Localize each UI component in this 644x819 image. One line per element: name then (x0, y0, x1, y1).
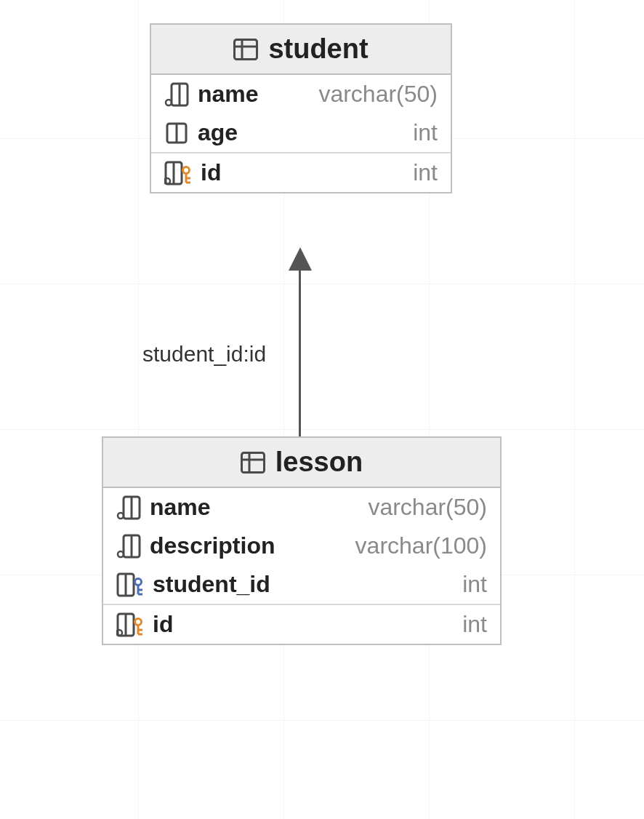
column-lesson-description[interactable]: description varchar(100) (103, 527, 500, 565)
column-type-label: int (413, 159, 438, 186)
column-fk-icon (116, 572, 144, 597)
relationship-arrowhead (289, 247, 312, 271)
table-icon (233, 39, 258, 60)
svg-point-23 (118, 551, 124, 557)
column-type-label: varchar(50) (318, 81, 438, 108)
column-name-label: student_id (153, 571, 270, 598)
column-student-age[interactable]: age int (151, 113, 451, 152)
column-name-label: name (150, 494, 211, 521)
table-icon (241, 452, 265, 474)
column-lesson-id[interactable]: id int (103, 604, 500, 644)
svg-point-20 (118, 513, 124, 519)
column-type-label: int (413, 119, 438, 146)
column-name-label: age (198, 119, 238, 146)
column-type-label: int (462, 571, 487, 598)
svg-point-10 (164, 178, 170, 184)
column-student-id[interactable]: id int (151, 152, 451, 192)
column-indexed-icon (164, 82, 189, 107)
column-indexed-icon (116, 534, 141, 559)
svg-point-33 (135, 618, 142, 625)
column-type-label: int (462, 611, 487, 638)
column-lesson-student-id[interactable]: student_id int (103, 565, 500, 604)
svg-point-5 (166, 100, 172, 105)
column-plain-icon (164, 121, 189, 145)
column-name-label: id (153, 611, 173, 638)
entity-lesson[interactable]: lesson name varchar(50) description varc… (102, 436, 502, 645)
column-type-label: varchar(100) (355, 532, 487, 559)
svg-rect-0 (235, 39, 257, 59)
entity-student-header: student (151, 25, 451, 75)
entity-lesson-title: lesson (275, 447, 363, 478)
column-indexed-icon (116, 495, 141, 520)
svg-point-32 (116, 630, 122, 636)
column-lesson-name[interactable]: name varchar(50) (103, 488, 500, 527)
column-pk-icon (164, 161, 192, 185)
column-type-label: varchar(50) (368, 494, 487, 521)
column-pk-icon (116, 612, 144, 637)
svg-point-11 (183, 167, 190, 173)
column-student-name[interactable]: name varchar(50) (151, 75, 451, 113)
column-name-label: description (150, 532, 275, 559)
entity-student-title: student (268, 33, 368, 65)
relationship-line (299, 269, 301, 438)
svg-rect-15 (241, 452, 264, 472)
column-name-label: name (198, 81, 259, 108)
relationship-label: student_id:id (142, 342, 266, 367)
entity-student[interactable]: student name varchar(50) age int id int (150, 23, 452, 193)
svg-point-26 (135, 578, 142, 585)
column-name-label: id (201, 159, 221, 186)
entity-lesson-header: lesson (103, 438, 500, 488)
